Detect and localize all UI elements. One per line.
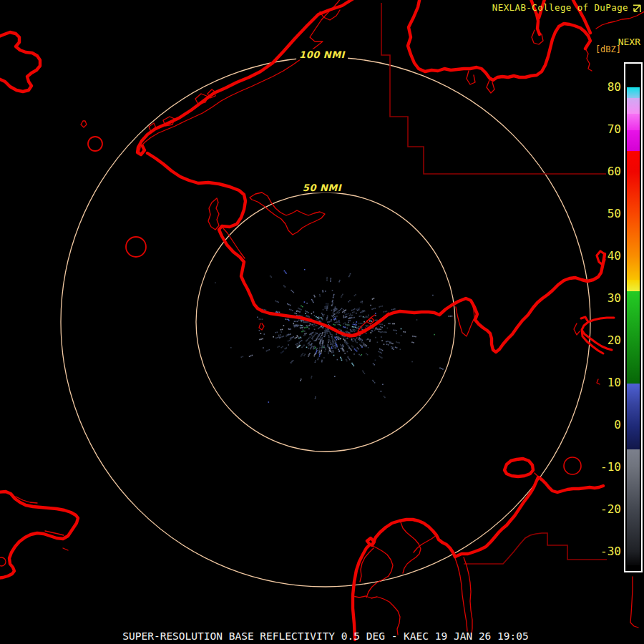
radar-screen: NEXLAB-College of DuPage NEXR [dBZ] 8070… [0,0,644,644]
coast-delta-outline [353,519,455,640]
header: NEXLAB-College of DuPage [492,2,641,13]
colorbar-tick-label: 30 [588,292,621,305]
colorbar-tick-label: 50 [588,208,621,220]
coast-se-wiggly [539,477,603,492]
range-ring [196,192,455,452]
island-nw-blob [0,32,40,92]
colorbar-tick-label: 80 [588,81,621,94]
range-rings [61,57,590,587]
colorbar-tick-label: -30 [588,545,621,558]
product-label: NEXR [618,36,640,47]
range-ring-label: 50 NMI [300,182,344,193]
status-caption: SUPER-RESOLUTION BASE REFLECTIVITY 0.5 D… [122,630,528,642]
island-ring [88,137,102,151]
range-ring [61,57,590,587]
island-ring [564,457,581,474]
island-oval [504,459,533,477]
coast-sw-peninsula [0,492,78,578]
radar-echoes [215,269,452,403]
coast-nw-diagonal [137,0,356,155]
island-ring [126,237,146,257]
colorbar-tick-label: 20 [588,334,621,347]
colorbar-tick-label: 70 [588,123,621,136]
nw-corner-arrow-icon[interactable] [632,3,641,12]
radar-map [0,0,644,644]
colorbar-frame [624,62,643,572]
range-ring-label: 100 NMI [296,49,348,60]
units-label: [dBZ] [595,44,621,54]
colorbar-tick-label: -10 [588,461,621,474]
colorbar-tick-label: 60 [588,165,621,178]
coastlines-thick [0,0,614,640]
colorbar-tick-label: 0 [588,419,621,431]
island-ring [0,557,6,566]
colorbar-tick-label: -20 [588,503,621,516]
colorbar-tick-label: 40 [588,250,621,263]
colorbar-tick-label: 10 [588,376,621,389]
coast-delta-diagonal [455,477,538,557]
site-title-link[interactable]: NEXLAB-College of DuPage [492,2,628,13]
